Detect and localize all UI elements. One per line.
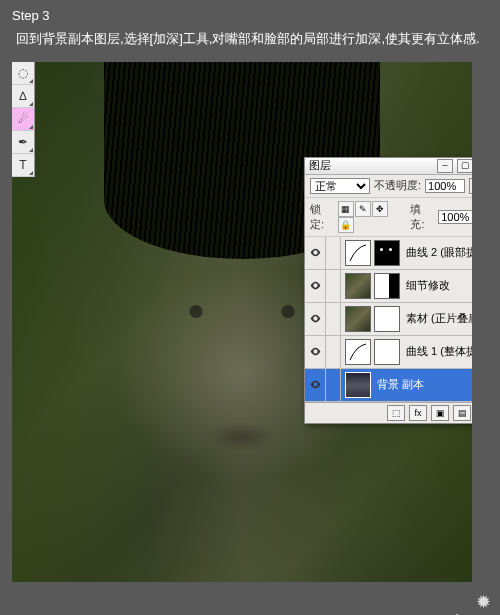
visibility-toggle[interactable] — [305, 270, 326, 302]
blend-row: 正常 不透明度: 100% ▶ — [305, 175, 472, 198]
mask-thumb — [374, 273, 400, 299]
expand-icon[interactable]: ▢ — [457, 159, 472, 173]
layer-name[interactable]: 曲线 2 (眼部提亮) — [404, 245, 472, 260]
layer-list: 曲线 2 (眼部提亮) 细节修改 素材 (正片叠底) — [305, 237, 472, 402]
layer-row-selected[interactable]: 背景 副本 — [305, 369, 472, 402]
type-tool[interactable]: T — [12, 154, 34, 177]
adjustment-thumb — [345, 339, 371, 365]
svg-rect-1 — [348, 342, 368, 362]
eyedropper-tool[interactable]: ∆ — [12, 85, 34, 108]
layer-row[interactable]: 细节修改 — [305, 270, 472, 303]
svg-rect-0 — [348, 243, 368, 263]
opacity-label: 不透明度: — [374, 178, 421, 193]
image-canvas: ◌ ∆ ☄ ✒ T 图层 – ▢ × 正常 不透明度: 100% ▶ 锁定: ▦… — [12, 62, 472, 582]
step-number: Step 3 — [0, 0, 500, 23]
layer-name[interactable]: 素材 (正片叠底) — [404, 311, 472, 326]
splat-icon: ✹ — [415, 592, 488, 614]
eye-icon — [309, 312, 322, 325]
layer-name[interactable]: 曲线 1 (整体提亮) — [404, 344, 472, 359]
adjustment-thumb — [345, 240, 371, 266]
lock-buttons[interactable]: ▦✎✥🔒 — [338, 201, 403, 233]
minimize-icon[interactable]: – — [437, 159, 453, 173]
opacity-value[interactable]: 100% — [425, 179, 465, 193]
layer-row[interactable]: 曲线 1 (整体提亮) — [305, 336, 472, 369]
link-layers-button[interactable]: ⬚ — [387, 405, 405, 421]
layer-name[interactable]: 细节修改 — [404, 278, 450, 293]
mask-thumb — [374, 306, 400, 332]
new-layer-button[interactable]: ▤ — [453, 405, 471, 421]
mask-thumb — [374, 339, 400, 365]
eye-icon — [309, 378, 322, 391]
visibility-toggle[interactable] — [305, 369, 326, 401]
fill-value[interactable]: 100% — [438, 210, 472, 224]
pen-tool[interactable]: ✒ — [12, 131, 34, 154]
lock-row: 锁定: ▦✎✥🔒 填充: 100% ▶ — [305, 198, 472, 237]
footer-watermark: 思缘论坛 WWW.MISSYUAN.COM ✹ www.psfeng.cn PS… — [0, 592, 500, 615]
step-description: 回到背景副本图层,选择[加深]工具,对嘴部和脸部的局部进行加深,使其更有立体感. — [0, 23, 500, 62]
fill-label: 填充: — [410, 202, 434, 232]
eye-icon — [309, 279, 322, 292]
layer-thumb — [345, 273, 371, 299]
lasso-tool[interactable]: ◌ — [12, 62, 34, 85]
visibility-toggle[interactable] — [305, 303, 326, 335]
burn-tool[interactable]: ☄ — [12, 108, 34, 131]
eye-icon — [309, 345, 322, 358]
blend-mode-select[interactable]: 正常 — [310, 178, 370, 194]
visibility-toggle[interactable] — [305, 237, 326, 269]
layer-row[interactable]: 素材 (正片叠底) — [305, 303, 472, 336]
layers-panel: 图层 – ▢ × 正常 不透明度: 100% ▶ 锁定: ▦✎✥🔒 填充: 10… — [304, 157, 472, 424]
layer-name[interactable]: 背景 副本 — [375, 377, 424, 392]
tools-palette: ◌ ∆ ☄ ✒ T — [12, 62, 35, 177]
eye-icon — [309, 246, 322, 259]
lock-label: 锁定: — [310, 202, 334, 232]
mask-thumb — [374, 240, 400, 266]
panel-titlebar[interactable]: 图层 – ▢ × — [305, 158, 472, 175]
layer-thumb — [345, 306, 371, 332]
layer-thumb — [345, 372, 371, 398]
panel-tab-layers[interactable]: 图层 — [309, 158, 331, 173]
layer-row[interactable]: 曲线 2 (眼部提亮) — [305, 237, 472, 270]
visibility-toggle[interactable] — [305, 336, 326, 368]
opacity-arrow-icon[interactable]: ▶ — [469, 178, 472, 194]
layer-style-button[interactable]: fx — [409, 405, 427, 421]
new-group-button[interactable]: ▣ — [431, 405, 449, 421]
panel-bottom-bar: ⬚ fx ▣ ▤ 🗑 — [305, 402, 472, 423]
